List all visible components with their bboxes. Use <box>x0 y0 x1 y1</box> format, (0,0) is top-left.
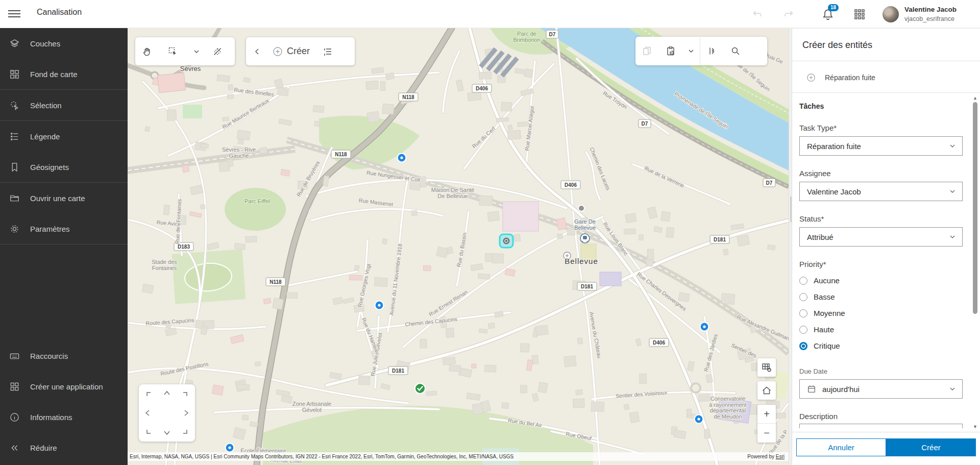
select-tool-dropdown-chevron[interactable] <box>187 37 206 65</box>
priority-option-basse[interactable]: Basse <box>799 292 963 301</box>
radio-unchecked-icon[interactable] <box>799 326 807 334</box>
sidebar-item-fond-de-carte[interactable]: Fond de carte <box>0 59 128 89</box>
rotate-bottom-right-icon <box>183 430 187 433</box>
sidebar-item-label: Ouvrir une carte <box>30 194 85 203</box>
priority-option-critique[interactable]: Critique <box>799 341 963 350</box>
sidebar-item-informations[interactable]: Informations <box>0 402 128 432</box>
table-options-button[interactable] <box>757 358 776 377</box>
sidebar-item-couches[interactable]: Couches <box>0 28 128 59</box>
sidebar-item-label: Fond de carte <box>30 70 78 79</box>
svg-text:D183: D183 <box>178 244 190 250</box>
map-tools-toolbar <box>135 37 235 65</box>
road-shield-D7: D7 <box>639 119 651 128</box>
app-grid-icon <box>9 381 20 392</box>
radio-unchecked-icon[interactable] <box>799 309 807 317</box>
sidebar-item-ouvrir-une-carte[interactable]: Ouvrir une carte <box>0 183 128 213</box>
feature-template-label: Réparation fuite <box>825 74 875 82</box>
paste-dropdown-chevron[interactable] <box>682 37 700 65</box>
status-label: Status* <box>799 214 963 223</box>
form-scroll-area: Tâches Task Type* Réparation fuite Assig… <box>792 92 980 432</box>
sidebar-item-raccourcis[interactable]: Raccourcis <box>0 340 128 371</box>
sidebar-item-cr-er-une-application[interactable]: Créer une application <box>0 371 128 402</box>
svg-text:N118: N118 <box>335 152 347 157</box>
powered-by-esri: Powered by Esri <box>747 454 785 459</box>
sidebar-item-g-osignets[interactable]: Géosignets <box>0 152 128 182</box>
esri-link[interactable]: Esri <box>776 454 785 459</box>
clear-selection-button[interactable] <box>206 37 229 65</box>
assignee-value: Valentine Jacob <box>807 187 949 196</box>
map-canvas[interactable]: N118N118N118D406D406D406D181D181D181D183… <box>128 28 789 465</box>
section-title: Tâches <box>799 102 963 110</box>
road-shield-D7: D7 <box>763 179 775 187</box>
sidebar-item-label: Créer une application <box>30 382 103 391</box>
undo-icon[interactable] <box>750 7 765 21</box>
sidebar-item-param-tres[interactable]: Paramètres <box>0 213 128 244</box>
radio-checked-icon[interactable] <box>799 342 807 350</box>
zoom-in-button[interactable]: + <box>757 405 776 424</box>
panel-resize-gutter[interactable] <box>789 28 792 465</box>
due-date-value: aujourd'hui <box>822 385 949 394</box>
radio-unchecked-icon[interactable] <box>799 293 807 301</box>
sidebar-item-label: Raccourcis <box>30 352 68 360</box>
scroll-down-arrow[interactable]: ▼ <box>973 425 977 429</box>
svg-text:D181: D181 <box>714 237 726 242</box>
task-type-select[interactable]: Réparation fuite <box>799 136 963 156</box>
scrollbar-thumb[interactable] <box>973 102 977 314</box>
description-input[interactable] <box>799 424 963 428</box>
cancel-button[interactable]: Annuler <box>796 438 886 456</box>
due-date-picker[interactable]: aujourd'hui <box>799 379 963 399</box>
priority-option-moyenne[interactable]: Moyenne <box>799 309 963 317</box>
panel-scrollbar[interactable]: ▲ ▼ <box>971 93 979 432</box>
map-label: Gare DeBellevue <box>574 218 596 231</box>
map-label: Sèvres <box>180 65 201 72</box>
feature-template-item[interactable]: Réparation fuite <box>792 61 980 94</box>
pan-tool-button[interactable] <box>135 37 159 65</box>
status-select[interactable]: Attribué <box>799 227 963 247</box>
sidebar-item-s-lection[interactable]: Sélection <box>0 90 128 120</box>
copy-icon[interactable] <box>635 37 659 65</box>
rotate-bottom-left-icon <box>147 430 151 433</box>
scroll-up-arrow[interactable]: ▲ <box>973 96 977 101</box>
hamburger-menu-icon[interactable] <box>8 8 20 19</box>
template-filter-icon[interactable] <box>315 37 340 65</box>
app-launcher-icon[interactable] <box>852 7 867 21</box>
back-chevron-button[interactable] <box>246 37 268 65</box>
map-navigation-pad[interactable] <box>139 384 195 442</box>
redo-icon[interactable] <box>781 7 796 21</box>
user-avatar[interactable] <box>883 6 899 22</box>
sidebar-item-l-gende[interactable]: Légende <box>0 121 128 152</box>
snapping-icon[interactable] <box>700 37 724 65</box>
rotate-top-right-icon <box>183 393 187 396</box>
create-toolbar: Créer <box>246 37 355 65</box>
home-button[interactable] <box>757 381 776 400</box>
svg-text:D406: D406 <box>565 182 577 188</box>
info-icon <box>9 412 20 423</box>
search-icon[interactable] <box>724 37 747 65</box>
paste-icon[interactable] <box>659 37 682 65</box>
map-label: Stade desFontaines <box>152 259 177 271</box>
priority-option-haute[interactable]: Haute <box>799 325 963 334</box>
priority-option-aucune[interactable]: Aucune <box>799 276 963 285</box>
create-button[interactable]: Créer <box>886 438 976 456</box>
svg-text:D406: D406 <box>476 86 488 91</box>
sidebar-item-label: Couches <box>30 39 60 48</box>
road-shield-N118: N118 <box>331 150 351 158</box>
zoom-control: + − <box>757 405 776 443</box>
assignee-select[interactable]: Valentine Jacob <box>799 182 963 201</box>
sidebar-item-r-duire[interactable]: Réduire <box>0 432 128 463</box>
create-feature-button[interactable]: Créer <box>268 46 315 57</box>
select-tool-button[interactable] <box>159 37 187 65</box>
zoom-out-button[interactable]: − <box>757 424 776 443</box>
radio-unchecked-icon[interactable] <box>799 277 807 285</box>
create-button-label: Créer <box>287 46 310 57</box>
due-date-label: Due Date <box>799 368 963 375</box>
panel-title: Créer des entités <box>792 29 980 51</box>
road-shield-D406: D406 <box>561 181 580 189</box>
feature-marker-blue <box>695 415 703 424</box>
pan-down-icon <box>164 431 169 434</box>
resize-handle[interactable] <box>791 197 791 222</box>
priority-label: Priority* <box>799 260 963 268</box>
bookmark-icon <box>9 162 20 173</box>
notifications-bell-icon[interactable]: 18 <box>821 7 835 21</box>
sidebar-item-label: Sélection <box>30 101 62 110</box>
